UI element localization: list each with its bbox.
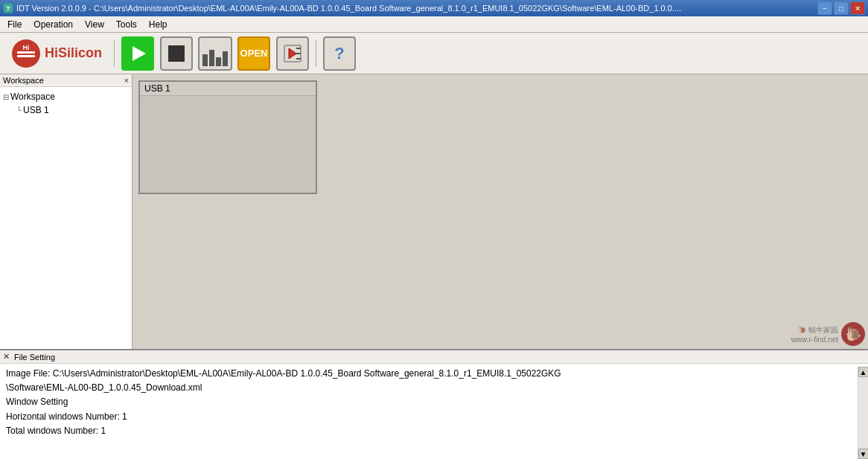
- chart-button[interactable]: [198, 36, 232, 71]
- export-icon: [281, 42, 304, 65]
- main-area: Workspace × ⊟ Workspace └ USB 1 USB 1 🐌 …: [0, 74, 868, 349]
- scroll-track: [859, 377, 868, 449]
- log-line-3: Window Setting: [6, 395, 862, 409]
- svg-text:Hi: Hi: [23, 44, 30, 51]
- menu-view[interactable]: View: [79, 18, 110, 31]
- help-icon: ?: [323, 36, 356, 71]
- open-button[interactable]: OPEN: [237, 36, 271, 71]
- play-icon: [133, 46, 146, 61]
- export-button[interactable]: [275, 36, 310, 71]
- stop-button[interactable]: [159, 36, 194, 71]
- bar-icon: [202, 54, 208, 66]
- tree-expand-icon: ⊟: [3, 93, 9, 101]
- play-button[interactable]: [121, 36, 155, 71]
- usb-panel-content: [140, 96, 316, 193]
- menu-bar: File Operation View Tools Help: [0, 16, 868, 33]
- workspace-close-button[interactable]: ×: [124, 76, 129, 85]
- menu-file[interactable]: File: [1, 18, 28, 31]
- bar-icon: [209, 50, 214, 66]
- usb-panel: USB 1: [138, 80, 317, 194]
- tree-root-workspace[interactable]: ⊟ Workspace: [3, 90, 129, 103]
- workspace-panel: Workspace × ⊟ Workspace └ USB 1: [0, 74, 133, 349]
- log-line-1: Image File: C:\Users\Administrator\Deskt…: [6, 367, 862, 381]
- logo-icon: Hi: [12, 39, 40, 68]
- minimize-button[interactable]: −: [817, 1, 832, 15]
- svg-rect-4: [17, 51, 35, 54]
- menu-help[interactable]: Help: [143, 18, 173, 31]
- title-text: IDT Version 2.0.0.9 - C:\Users\Administr…: [16, 4, 681, 13]
- menu-operation[interactable]: Operation: [28, 18, 79, 31]
- hisilicon-logo: Hi HiSilicon: [6, 35, 108, 72]
- help-button[interactable]: ?: [322, 36, 357, 71]
- log-content: Image File: C:\Users\Administrator\Deskt…: [0, 364, 868, 459]
- svg-text:T: T: [7, 5, 10, 12]
- log-panel: ✕ File Setting Image File: C:\Users\Admi…: [0, 349, 868, 459]
- scroll-up-button[interactable]: ▲: [858, 367, 869, 377]
- toolbar: Hi HiSilicon OPEN: [0, 33, 868, 74]
- tree-root-label: Workspace: [10, 92, 55, 102]
- watermark-text: 🐌 蜗牛家园 www.r-find.net: [791, 325, 838, 344]
- content-area: USB 1 🐌 蜗牛家园 www.r-find.net 🐌: [133, 74, 868, 349]
- tree-item-usb1[interactable]: └ USB 1: [3, 103, 129, 117]
- log-line-5: Total windows Number: 1: [6, 424, 862, 438]
- toolbar-sep-1: [114, 40, 115, 67]
- watermark: 🐌 蜗牛家园 www.r-find.net 🐌: [791, 322, 865, 346]
- workspace-tree: ⊟ Workspace └ USB 1: [0, 87, 132, 349]
- svg-rect-5: [17, 55, 35, 57]
- maximize-button[interactable]: □: [834, 1, 849, 15]
- stop-icon: [168, 45, 185, 62]
- scroll-down-button[interactable]: ▼: [858, 449, 869, 459]
- title-bar: T IDT Version 2.0.0.9 - C:\Users\Adminis…: [0, 0, 868, 16]
- close-button[interactable]: ✕: [850, 1, 865, 15]
- toolbar-sep-2: [316, 40, 316, 67]
- workspace-label: Workspace: [3, 76, 44, 85]
- app-icon: T: [3, 3, 13, 13]
- watermark-icon: 🐌: [841, 322, 865, 346]
- log-close-button[interactable]: ✕: [3, 352, 10, 362]
- window-controls: − □ ✕: [817, 1, 865, 15]
- log-line-4: Horizontal windows Number: 1: [6, 410, 862, 424]
- logo-text: HiSilicon: [45, 45, 102, 61]
- bar-icon: [223, 51, 228, 66]
- open-icon: OPEN: [237, 36, 270, 71]
- log-scrollbar[interactable]: ▲ ▼: [858, 367, 868, 459]
- workspace-panel-header: Workspace ×: [0, 74, 132, 87]
- log-title: File Setting: [14, 353, 55, 362]
- menu-tools[interactable]: Tools: [110, 18, 143, 31]
- log-line-2: \Software\EML-AL00-BD_1.0.0.45_Download.…: [6, 381, 862, 395]
- bar-icon: [216, 57, 221, 66]
- tree-item-label: USB 1: [23, 105, 49, 115]
- log-panel-header: ✕ File Setting: [0, 350, 868, 364]
- tree-leaf-icon: └: [16, 106, 22, 115]
- usb-panel-title: USB 1: [140, 82, 316, 96]
